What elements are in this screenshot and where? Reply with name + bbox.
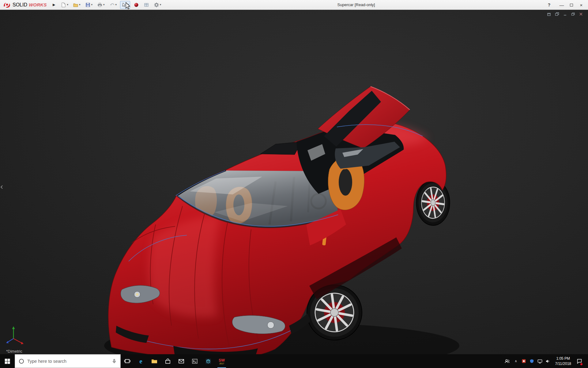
help-button[interactable]: ? <box>545 2 554 7</box>
desktop: SOLIDWORKS ▶ ▾ ▾ <box>0 0 588 368</box>
solidworks-2017-button[interactable]: SW 2017 <box>215 354 228 368</box>
cube-app-icon <box>205 358 212 365</box>
command-prompt-icon <box>191 358 198 365</box>
orientation-label: *Dimetric <box>6 349 22 354</box>
close-button[interactable]: × <box>576 0 586 10</box>
cascade-window-button[interactable] <box>554 12 560 17</box>
edge-button[interactable]: e <box>134 354 148 368</box>
file-explorer-button[interactable] <box>148 354 161 368</box>
maximize-icon <box>570 4 573 6</box>
menu-flyout-arrow[interactable]: ▶ <box>53 3 55 7</box>
people-icon <box>504 358 511 365</box>
windows-taskbar: e <box>0 354 588 368</box>
volume-icon <box>545 358 551 364</box>
brand-solid: SOLID <box>13 2 27 8</box>
display-pane-icon <box>144 2 149 8</box>
store-button[interactable] <box>161 354 175 368</box>
chevron-down-icon[interactable]: ▾ <box>103 3 105 6</box>
appearance-button[interactable] <box>132 1 140 9</box>
store-icon <box>164 358 172 365</box>
titlebar-controls: ? — × <box>545 0 586 10</box>
brand-works: WORKS <box>29 2 47 7</box>
doc-restore-button[interactable] <box>570 12 576 17</box>
tray-app-2-button[interactable] <box>529 354 535 368</box>
cortana-icon <box>18 358 25 365</box>
tray-app-2-icon <box>530 359 534 363</box>
undo-icon <box>109 2 115 8</box>
display-settings-button[interactable] <box>142 1 150 9</box>
chevron-down-icon[interactable]: ▾ <box>160 3 161 6</box>
mail-button[interactable] <box>175 354 188 368</box>
cube-app-button[interactable] <box>202 354 215 368</box>
start-button[interactable] <box>0 354 15 368</box>
dassault-logo-icon <box>3 2 11 8</box>
minimize-button[interactable]: — <box>557 0 567 10</box>
gear-icon <box>154 2 159 8</box>
solidworks-2017-icon: SW 2017 <box>218 357 226 365</box>
microphone-icon[interactable] <box>111 358 117 365</box>
task-view-button[interactable] <box>121 354 134 368</box>
clock-time: 1:05 PM <box>555 356 571 361</box>
new-window-button[interactable] <box>546 12 552 17</box>
save-button[interactable]: ▾ <box>84 1 94 9</box>
action-center-button[interactable] <box>575 354 583 368</box>
volume-button[interactable] <box>545 354 551 368</box>
svg-text:e: e <box>139 358 142 365</box>
appearance-sphere-icon <box>134 2 139 8</box>
network-icon <box>537 358 543 364</box>
undo-button[interactable]: ▾ <box>108 1 118 9</box>
save-icon <box>85 2 91 8</box>
solidworks-logo: SOLIDWORKS <box>0 2 52 8</box>
doc-minimize-button[interactable] <box>562 12 568 17</box>
chevron-left-icon <box>1 185 3 189</box>
document-title: Supercar [Read-only] <box>337 2 375 7</box>
document-window-controls <box>546 12 584 17</box>
open-button[interactable]: ▾ <box>72 1 82 9</box>
mail-icon <box>178 358 185 365</box>
file-explorer-icon <box>151 358 158 365</box>
new-document-icon <box>61 2 66 8</box>
chevron-down-icon[interactable]: ▾ <box>91 3 93 6</box>
edge-icon: e <box>137 358 145 365</box>
print-button[interactable]: ▾ <box>96 1 106 9</box>
chevron-down-icon[interactable]: ▾ <box>79 3 81 6</box>
solidworks-titlebar: SOLIDWORKS ▶ ▾ ▾ <box>0 0 588 10</box>
system-tray: ∧ <box>503 354 588 368</box>
network-button[interactable] <box>537 354 543 368</box>
task-view-icon <box>124 358 131 365</box>
supercar-model[interactable] <box>0 10 588 354</box>
maximize-button[interactable] <box>567 0 576 10</box>
tray-app-1-button[interactable] <box>521 354 527 368</box>
chevron-down-icon[interactable]: ▾ <box>67 3 68 6</box>
search-input[interactable] <box>27 359 109 364</box>
open-folder-icon <box>73 2 78 8</box>
chevron-down-icon[interactable]: ▾ <box>115 3 117 6</box>
svg-text:2017: 2017 <box>219 362 224 365</box>
feature-panel-collapse-tab[interactable] <box>0 181 3 193</box>
clock-date: 7/11/2018 <box>555 361 571 366</box>
new-document-button[interactable]: ▾ <box>59 1 70 9</box>
graphics-viewport[interactable]: *Dimetric <box>0 10 588 354</box>
svg-text:SW: SW <box>219 358 225 362</box>
mouse-cursor <box>125 2 132 10</box>
taskbar-clock[interactable]: 1:05 PM 7/11/2018 <box>553 356 574 366</box>
command-prompt-button[interactable] <box>188 354 202 368</box>
orientation-triad <box>6 326 24 344</box>
quick-access-toolbar: ▾ ▾ ▾ <box>59 1 162 9</box>
taskbar-search[interactable] <box>15 354 121 368</box>
tray-overflow-button[interactable]: ∧ <box>513 354 519 368</box>
people-button[interactable] <box>503 354 511 368</box>
doc-close-button[interactable] <box>578 12 584 17</box>
notification-badge <box>580 363 583 366</box>
tray-app-1-icon <box>522 359 526 363</box>
chevron-up-icon: ∧ <box>514 359 517 363</box>
options-button[interactable]: ▾ <box>153 1 163 9</box>
windows-logo-icon <box>4 358 11 365</box>
print-icon <box>97 2 103 8</box>
